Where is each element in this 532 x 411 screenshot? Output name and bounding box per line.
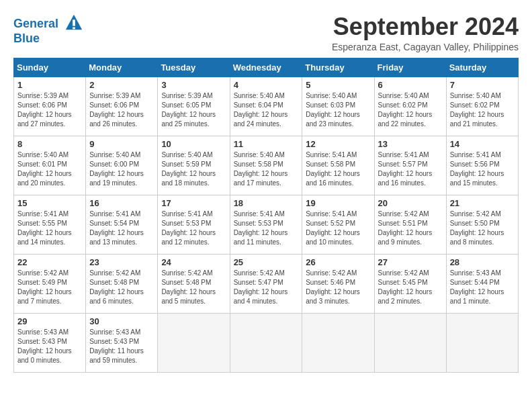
- week-row-4: 22 Sunrise: 5:42 AMSunset: 5:49 PMDaylig…: [14, 254, 519, 313]
- title-block: September 2024 Esperanza East, Cagayan V…: [332, 13, 519, 52]
- day-22: 22 Sunrise: 5:42 AMSunset: 5:49 PMDaylig…: [14, 254, 86, 313]
- day-11: 11 Sunrise: 5:40 AMSunset: 5:58 PMDaylig…: [230, 136, 302, 195]
- logo-text: General: [13, 16, 83, 32]
- empty-cell-3: [302, 313, 374, 372]
- day-21: 21 Sunrise: 5:42 AMSunset: 5:50 PMDaylig…: [446, 195, 518, 254]
- logo-blue: Blue: [13, 32, 83, 46]
- empty-cell-2: [230, 313, 302, 372]
- day-12: 12 Sunrise: 5:41 AMSunset: 5:58 PMDaylig…: [302, 136, 374, 195]
- header-thursday: Thursday: [302, 58, 374, 77]
- day-30: 30 Sunrise: 5:43 AMSunset: 5:43 PMDaylig…: [86, 313, 158, 372]
- day-13: 13 Sunrise: 5:41 AMSunset: 5:57 PMDaylig…: [374, 136, 446, 195]
- header-friday: Friday: [374, 58, 446, 77]
- day-2: 2 Sunrise: 5:39 AMSunset: 6:06 PMDayligh…: [86, 77, 158, 136]
- week-row-5: 29 Sunrise: 5:43 AMSunset: 5:43 PMDaylig…: [14, 313, 519, 372]
- day-27: 27 Sunrise: 5:42 AMSunset: 5:45 PMDaylig…: [374, 254, 446, 313]
- calendar-table: Sunday Monday Tuesday Wednesday Thursday…: [13, 58, 519, 373]
- month-title: September 2024: [332, 13, 519, 40]
- day-5: 5 Sunrise: 5:40 AMSunset: 6:03 PMDayligh…: [302, 77, 374, 136]
- header-monday: Monday: [86, 58, 158, 77]
- day-26: 26 Sunrise: 5:42 AMSunset: 5:46 PMDaylig…: [302, 254, 374, 313]
- header-tuesday: Tuesday: [158, 58, 230, 77]
- week-row-1: 1 Sunrise: 5:39 AMSunset: 6:06 PMDayligh…: [14, 77, 519, 136]
- day-20: 20 Sunrise: 5:42 AMSunset: 5:51 PMDaylig…: [374, 195, 446, 254]
- header-wednesday: Wednesday: [230, 58, 302, 77]
- day-7: 7 Sunrise: 5:40 AMSunset: 6:02 PMDayligh…: [446, 77, 518, 136]
- day-24: 24 Sunrise: 5:42 AMSunset: 5:48 PMDaylig…: [158, 254, 230, 313]
- day-19: 19 Sunrise: 5:41 AMSunset: 5:52 PMDaylig…: [302, 195, 374, 254]
- header-saturday: Saturday: [446, 58, 518, 77]
- day-1: 1 Sunrise: 5:39 AMSunset: 6:06 PMDayligh…: [14, 77, 86, 136]
- weekday-header-row: Sunday Monday Tuesday Wednesday Thursday…: [14, 58, 519, 77]
- day-4: 4 Sunrise: 5:40 AMSunset: 6:04 PMDayligh…: [230, 77, 302, 136]
- day-29: 29 Sunrise: 5:43 AMSunset: 5:43 PMDaylig…: [14, 313, 86, 372]
- day-14: 14 Sunrise: 5:41 AMSunset: 5:56 PMDaylig…: [446, 136, 518, 195]
- day-3: 3 Sunrise: 5:39 AMSunset: 6:05 PMDayligh…: [158, 77, 230, 136]
- day-10: 10 Sunrise: 5:40 AMSunset: 5:59 PMDaylig…: [158, 136, 230, 195]
- day-23: 23 Sunrise: 5:42 AMSunset: 5:48 PMDaylig…: [86, 254, 158, 313]
- day-17: 17 Sunrise: 5:41 AMSunset: 5:53 PMDaylig…: [158, 195, 230, 254]
- svg-rect-2: [73, 28, 75, 30]
- empty-cell-4: [374, 313, 446, 372]
- day-6: 6 Sunrise: 5:40 AMSunset: 6:02 PMDayligh…: [374, 77, 446, 136]
- logo: General Blue: [13, 16, 83, 46]
- page-header: General Blue September 2024 Esperanza Ea…: [13, 13, 519, 52]
- day-8: 8 Sunrise: 5:40 AMSunset: 6:01 PMDayligh…: [14, 136, 86, 195]
- day-25: 25 Sunrise: 5:42 AMSunset: 5:47 PMDaylig…: [230, 254, 302, 313]
- subtitle: Esperanza East, Cagayan Valley, Philippi…: [332, 42, 519, 52]
- empty-cell-1: [158, 313, 230, 372]
- week-row-3: 15 Sunrise: 5:41 AMSunset: 5:55 PMDaylig…: [14, 195, 519, 254]
- day-15: 15 Sunrise: 5:41 AMSunset: 5:55 PMDaylig…: [14, 195, 86, 254]
- day-16: 16 Sunrise: 5:41 AMSunset: 5:54 PMDaylig…: [86, 195, 158, 254]
- svg-rect-1: [73, 19, 75, 26]
- day-9: 9 Sunrise: 5:40 AMSunset: 6:00 PMDayligh…: [86, 136, 158, 195]
- empty-cell-5: [446, 313, 518, 372]
- week-row-2: 8 Sunrise: 5:40 AMSunset: 6:01 PMDayligh…: [14, 136, 519, 195]
- header-sunday: Sunday: [14, 58, 86, 77]
- day-18: 18 Sunrise: 5:41 AMSunset: 5:53 PMDaylig…: [230, 195, 302, 254]
- day-28: 28 Sunrise: 5:43 AMSunset: 5:44 PMDaylig…: [446, 254, 518, 313]
